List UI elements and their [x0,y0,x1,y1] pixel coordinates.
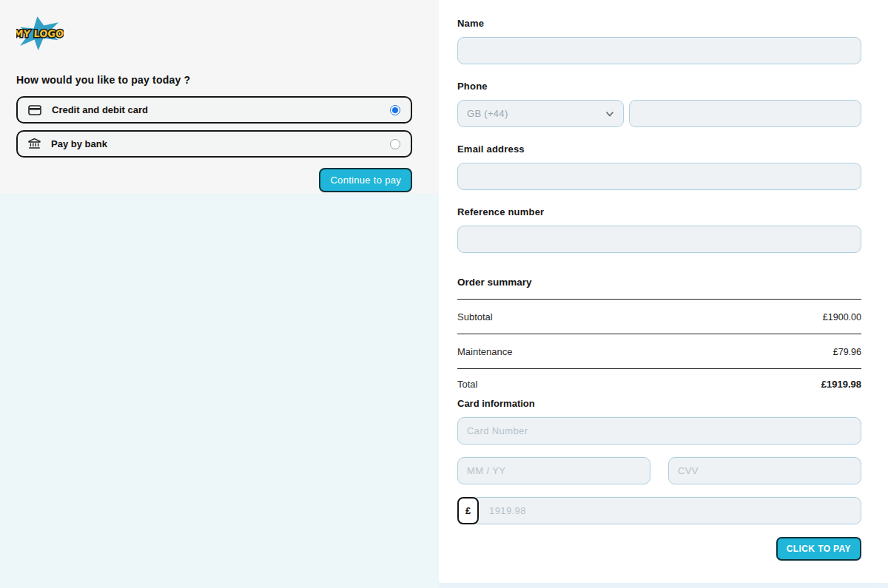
phone-label: Phone [457,81,861,92]
card-cvv-input[interactable] [668,457,861,484]
card-information-section: Card information £ CLICK TO PAY [457,398,861,561]
star-logo-icon: MY LOGO [16,16,64,50]
email-label: Email address [457,143,861,155]
phone-country-value: GB (+44) [467,108,508,119]
currency-symbol: £ [457,497,479,524]
order-summary: Order summary Subtotal £1900.00 Maintena… [457,277,861,393]
name-input[interactable] [457,37,861,64]
summary-row-maintenance: Maintenance £79.96 [457,334,861,368]
option-pay-by-bank[interactable]: Pay by bank [16,130,412,158]
continue-to-pay-button[interactable]: Continue to pay [319,168,412,192]
card-expiry-input[interactable] [457,457,650,484]
reference-label: Reference number [457,206,861,217]
total-value: £1919.98 [821,379,861,390]
phone-number-input[interactable] [629,100,861,127]
svg-text:MY LOGO: MY LOGO [16,28,64,39]
checkout-page: MY LOGO How would you like to pay today … [0,0,888,588]
name-label: Name [457,18,861,29]
chevron-down-icon [605,109,614,118]
payment-method-panel: MY LOGO How would you like to pay today … [0,0,439,588]
pay-method-heading: How would you like to pay today ? [16,74,412,86]
card-number-input[interactable] [457,417,861,445]
phone-country-select[interactable]: GB (+44) [457,100,624,127]
total-label: Total [457,379,477,390]
summary-row-total: Total £1919.98 [457,369,861,393]
maintenance-label: Maintenance [457,346,512,357]
card-information-heading: Card information [457,398,861,409]
option-label: Credit and debit card [52,104,380,115]
reference-input[interactable] [457,226,861,253]
click-to-pay-button[interactable]: CLICK TO PAY [776,537,861,561]
maintenance-value: £79.96 [833,347,861,357]
email-input[interactable] [457,163,861,190]
subtotal-label: Subtotal [457,311,493,322]
bank-icon [28,138,41,149]
option-label: Pay by bank [51,138,380,149]
payment-form-panel: Name Phone GB (+44) Email address Refere… [439,0,888,583]
summary-row-subtotal: Subtotal £1900.00 [457,300,861,334]
radio-pay-by-bank[interactable] [390,139,400,149]
option-credit-debit-card[interactable]: Credit and debit card [16,96,412,124]
order-summary-heading: Order summary [457,277,861,288]
credit-card-icon [28,105,41,115]
radio-credit-card[interactable] [390,105,400,115]
company-logo: MY LOGO [16,16,64,53]
subtotal-value: £1900.00 [823,312,861,322]
amount-input[interactable] [477,497,861,524]
